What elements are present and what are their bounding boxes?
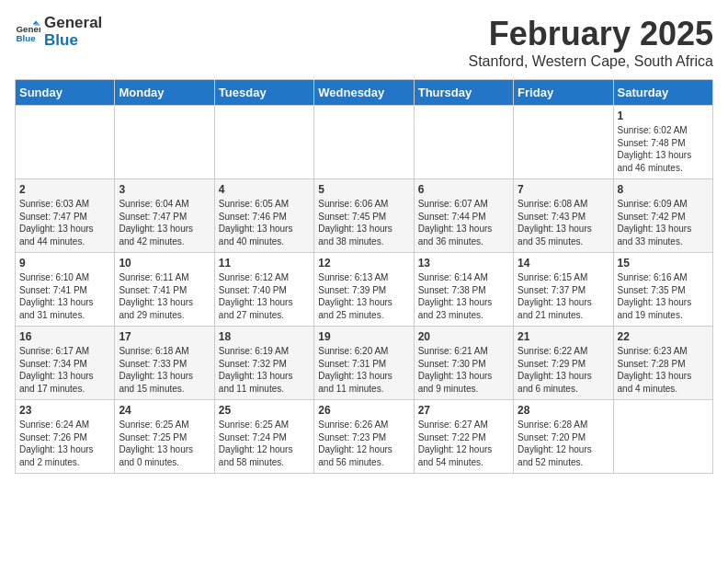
table-row: 28Sunrise: 6:28 AM Sunset: 7:20 PM Dayli… [514, 400, 613, 474]
table-row: 13Sunrise: 6:14 AM Sunset: 7:38 PM Dayli… [414, 253, 513, 327]
header-saturday: Saturday [613, 80, 712, 106]
table-row: 11Sunrise: 6:12 AM Sunset: 7:40 PM Dayli… [214, 253, 313, 327]
day-number: 1 [618, 109, 709, 122]
day-info: Sunrise: 6:08 AM Sunset: 7:43 PM Dayligh… [518, 198, 609, 247]
day-number: 5 [318, 183, 409, 196]
day-number: 25 [219, 404, 310, 417]
day-info: Sunrise: 6:13 AM Sunset: 7:39 PM Dayligh… [318, 271, 409, 321]
table-row: 25Sunrise: 6:25 AM Sunset: 7:24 PM Dayli… [214, 400, 313, 474]
day-info: Sunrise: 6:02 AM Sunset: 7:48 PM Dayligh… [618, 124, 709, 174]
table-row: 4Sunrise: 6:05 AM Sunset: 7:46 PM Daylig… [214, 179, 313, 253]
table-row: 9Sunrise: 6:10 AM Sunset: 7:41 PM Daylig… [16, 253, 115, 327]
header-thursday: Thursday [414, 80, 513, 106]
day-number: 21 [518, 330, 609, 343]
day-info: Sunrise: 6:06 AM Sunset: 7:45 PM Dayligh… [318, 198, 409, 247]
table-row: 26Sunrise: 6:26 AM Sunset: 7:23 PM Dayli… [314, 400, 414, 474]
table-row: 19Sunrise: 6:20 AM Sunset: 7:31 PM Dayli… [314, 327, 414, 400]
table-row: 27Sunrise: 6:27 AM Sunset: 7:22 PM Dayli… [414, 400, 513, 474]
day-info: Sunrise: 6:27 AM Sunset: 7:22 PM Dayligh… [418, 419, 509, 468]
table-row: 3Sunrise: 6:04 AM Sunset: 7:47 PM Daylig… [115, 179, 214, 253]
day-number: 12 [318, 257, 409, 270]
day-info: Sunrise: 6:19 AM Sunset: 7:32 PM Dayligh… [219, 345, 310, 395]
day-number: 13 [418, 257, 509, 270]
table-row [314, 106, 414, 179]
day-info: Sunrise: 6:10 AM Sunset: 7:41 PM Dayligh… [19, 271, 110, 321]
calendar-title: February 2025 [468, 15, 713, 53]
day-number: 11 [219, 257, 310, 270]
day-number: 14 [518, 257, 609, 270]
table-row [115, 106, 214, 179]
table-row: 6Sunrise: 6:07 AM Sunset: 7:44 PM Daylig… [414, 179, 513, 253]
week-row-1: 1Sunrise: 6:02 AM Sunset: 7:48 PM Daylig… [16, 106, 713, 179]
table-row: 10Sunrise: 6:11 AM Sunset: 7:41 PM Dayli… [115, 253, 214, 327]
table-row: 14Sunrise: 6:15 AM Sunset: 7:37 PM Dayli… [514, 253, 613, 327]
day-number: 3 [119, 183, 210, 196]
day-info: Sunrise: 6:11 AM Sunset: 7:41 PM Dayligh… [119, 271, 210, 321]
header-sunday: Sunday [16, 80, 115, 106]
table-row [214, 106, 313, 179]
table-row: 16Sunrise: 6:17 AM Sunset: 7:34 PM Dayli… [16, 327, 115, 400]
day-number: 7 [518, 183, 609, 196]
week-row-2: 2Sunrise: 6:03 AM Sunset: 7:47 PM Daylig… [16, 179, 713, 253]
day-number: 2 [19, 183, 110, 196]
table-row: 15Sunrise: 6:16 AM Sunset: 7:35 PM Dayli… [613, 253, 712, 327]
table-row: 7Sunrise: 6:08 AM Sunset: 7:43 PM Daylig… [514, 179, 613, 253]
logo: General Blue General Blue [15, 15, 102, 49]
day-info: Sunrise: 6:07 AM Sunset: 7:44 PM Dayligh… [418, 198, 509, 247]
calendar-header-row: Sunday Monday Tuesday Wednesday Thursday… [16, 80, 713, 106]
day-number: 22 [618, 330, 709, 343]
day-number: 8 [618, 183, 709, 196]
week-row-4: 16Sunrise: 6:17 AM Sunset: 7:34 PM Dayli… [16, 327, 713, 400]
day-number: 9 [19, 257, 110, 270]
day-info: Sunrise: 6:09 AM Sunset: 7:42 PM Dayligh… [618, 198, 709, 247]
table-row: 5Sunrise: 6:06 AM Sunset: 7:45 PM Daylig… [314, 179, 414, 253]
table-row: 22Sunrise: 6:23 AM Sunset: 7:28 PM Dayli… [613, 327, 712, 400]
day-info: Sunrise: 6:28 AM Sunset: 7:20 PM Dayligh… [518, 419, 609, 468]
day-info: Sunrise: 6:16 AM Sunset: 7:35 PM Dayligh… [618, 271, 709, 321]
day-number: 19 [318, 330, 409, 343]
day-number: 15 [618, 257, 709, 270]
table-row: 8Sunrise: 6:09 AM Sunset: 7:42 PM Daylig… [613, 179, 712, 253]
week-row-3: 9Sunrise: 6:10 AM Sunset: 7:41 PM Daylig… [16, 253, 713, 327]
day-info: Sunrise: 6:26 AM Sunset: 7:23 PM Dayligh… [318, 419, 409, 468]
svg-text:Blue: Blue [16, 32, 36, 42]
day-number: 18 [219, 330, 310, 343]
header-wednesday: Wednesday [314, 80, 414, 106]
day-info: Sunrise: 6:12 AM Sunset: 7:40 PM Dayligh… [219, 271, 310, 321]
table-row: 23Sunrise: 6:24 AM Sunset: 7:26 PM Dayli… [16, 400, 115, 474]
day-number: 26 [318, 404, 409, 417]
table-row [514, 106, 613, 179]
day-number: 20 [418, 330, 509, 343]
day-number: 16 [19, 330, 110, 343]
week-row-5: 23Sunrise: 6:24 AM Sunset: 7:26 PM Dayli… [16, 400, 713, 474]
table-row [613, 400, 712, 474]
day-info: Sunrise: 6:23 AM Sunset: 7:28 PM Dayligh… [618, 345, 709, 395]
header-tuesday: Tuesday [214, 80, 313, 106]
header-monday: Monday [115, 80, 214, 106]
table-row: 20Sunrise: 6:21 AM Sunset: 7:30 PM Dayli… [414, 327, 513, 400]
day-number: 10 [119, 257, 210, 270]
table-row [16, 106, 115, 179]
day-info: Sunrise: 6:25 AM Sunset: 7:24 PM Dayligh… [219, 419, 310, 468]
table-row: 21Sunrise: 6:22 AM Sunset: 7:29 PM Dayli… [514, 327, 613, 400]
day-info: Sunrise: 6:15 AM Sunset: 7:37 PM Dayligh… [518, 271, 609, 321]
day-number: 28 [518, 404, 609, 417]
calendar-subtitle: Stanford, Western Cape, South Africa [468, 53, 713, 70]
table-row: 1Sunrise: 6:02 AM Sunset: 7:48 PM Daylig… [613, 106, 712, 179]
calendar-table: Sunday Monday Tuesday Wednesday Thursday… [15, 79, 713, 474]
table-row: 12Sunrise: 6:13 AM Sunset: 7:39 PM Dayli… [314, 253, 414, 327]
day-info: Sunrise: 6:03 AM Sunset: 7:47 PM Dayligh… [19, 198, 110, 247]
title-section: February 2025 Stanford, Western Cape, So… [468, 15, 713, 70]
page-header: General Blue General Blue February 2025 … [15, 15, 713, 70]
logo-icon: General Blue [15, 19, 40, 45]
day-number: 6 [418, 183, 509, 196]
table-row: 18Sunrise: 6:19 AM Sunset: 7:32 PM Dayli… [214, 327, 313, 400]
day-number: 27 [418, 404, 509, 417]
day-info: Sunrise: 6:05 AM Sunset: 7:46 PM Dayligh… [219, 198, 310, 247]
table-row: 2Sunrise: 6:03 AM Sunset: 7:47 PM Daylig… [16, 179, 115, 253]
day-info: Sunrise: 6:24 AM Sunset: 7:26 PM Dayligh… [19, 419, 110, 468]
table-row: 17Sunrise: 6:18 AM Sunset: 7:33 PM Dayli… [115, 327, 214, 400]
day-info: Sunrise: 6:18 AM Sunset: 7:33 PM Dayligh… [119, 345, 210, 395]
day-info: Sunrise: 6:04 AM Sunset: 7:47 PM Dayligh… [119, 198, 210, 247]
day-info: Sunrise: 6:17 AM Sunset: 7:34 PM Dayligh… [19, 345, 110, 395]
